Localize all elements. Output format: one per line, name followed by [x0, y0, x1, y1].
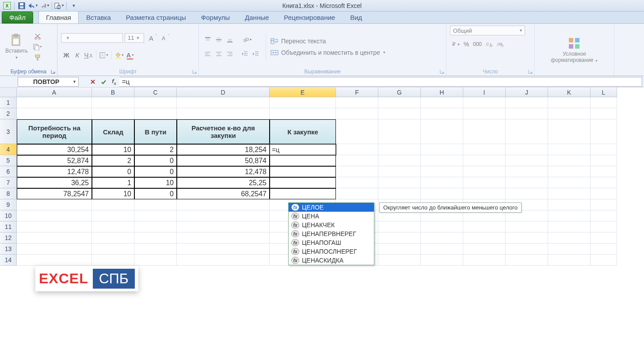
cell[interactable]	[591, 119, 617, 144]
cell[interactable]	[421, 221, 463, 232]
cell[interactable]	[378, 188, 421, 199]
align-center-icon[interactable]	[214, 49, 224, 59]
cell[interactable]	[336, 108, 378, 119]
cell[interactable]	[134, 221, 177, 232]
row-header[interactable]: 10	[0, 210, 17, 221]
font-dialog-launcher[interactable]	[191, 69, 198, 75]
autocomplete-item[interactable]: fxЦЕНАПОГАШ	[289, 238, 374, 247]
align-left-icon[interactable]	[203, 49, 213, 59]
autocomplete-item[interactable]: fxЦЕНАПОСЛНЕРЕГ	[289, 247, 374, 256]
cut-icon[interactable]	[33, 31, 42, 41]
cell[interactable]	[378, 97, 421, 108]
cell[interactable]	[591, 199, 617, 210]
fill-color-icon[interactable]: ▼	[114, 50, 124, 60]
cell[interactable]	[17, 232, 92, 244]
col-header-G[interactable]: G	[378, 88, 421, 97]
underline-button[interactable]: Ч▼	[84, 50, 93, 60]
cell[interactable]	[177, 232, 270, 244]
cell[interactable]	[177, 244, 270, 255]
file-tab[interactable]: Файл	[2, 11, 33, 23]
autocomplete-item[interactable]: fxЦЕНАКЧЕК	[289, 221, 374, 229]
cell[interactable]	[548, 108, 591, 119]
cell[interactable]	[506, 177, 548, 188]
row-header[interactable]: 4	[0, 144, 17, 155]
number-format-combo[interactable]: Общий▼	[450, 26, 525, 35]
cell[interactable]	[17, 108, 92, 119]
cell[interactable]	[421, 244, 463, 255]
cell[interactable]	[177, 199, 270, 210]
accounting-format-icon[interactable]: ₽▼	[450, 39, 460, 49]
increase-decimal-icon[interactable]: ,0,00	[484, 39, 493, 49]
cell[interactable]	[421, 144, 463, 155]
italic-button[interactable]: К	[72, 50, 82, 60]
orientation-icon[interactable]: ab▼	[240, 35, 253, 45]
percent-format-icon[interactable]: %	[461, 39, 471, 49]
cell[interactable]	[177, 108, 270, 119]
cell[interactable]	[378, 166, 421, 177]
cell[interactable]	[378, 108, 421, 119]
cell[interactable]	[336, 97, 378, 108]
cell[interactable]	[591, 144, 617, 155]
col-header-H[interactable]: H	[421, 88, 463, 97]
increase-font-icon[interactable]: Aˆ	[146, 34, 156, 43]
col-header-E[interactable]: E	[270, 88, 336, 97]
cell[interactable]	[463, 119, 506, 144]
table-header-C[interactable]: В пути	[134, 119, 177, 144]
borders-icon[interactable]: ▼	[99, 50, 109, 60]
cell[interactable]	[17, 221, 92, 232]
row-header[interactable]: 11	[0, 221, 17, 232]
cell[interactable]	[548, 144, 591, 155]
col-header-A[interactable]: A	[17, 88, 92, 97]
cell[interactable]	[92, 255, 134, 266]
cell[interactable]	[506, 221, 548, 232]
table-cell[interactable]: 10	[92, 188, 134, 199]
cell[interactable]	[92, 232, 134, 244]
cell[interactable]	[463, 188, 506, 199]
table-cell[interactable]: 12,478	[177, 166, 270, 177]
cell[interactable]	[506, 119, 548, 144]
cell[interactable]	[92, 210, 134, 221]
cell[interactable]	[506, 166, 548, 177]
table-cell[interactable]: 0	[92, 166, 134, 177]
table-cell[interactable]	[270, 177, 336, 188]
formula-input[interactable]: =ц	[119, 77, 642, 87]
table-cell[interactable]: 30,254	[17, 144, 92, 155]
wrap-text-button[interactable]: ab Перенос текста	[271, 38, 386, 45]
tab-page-layout[interactable]: Разметка страницы	[118, 11, 194, 23]
cancel-formula-icon[interactable]	[88, 77, 98, 87]
tab-formulas[interactable]: Формулы	[194, 11, 237, 23]
row-header[interactable]: 7	[0, 177, 17, 188]
cell[interactable]	[463, 97, 506, 108]
cell[interactable]	[591, 232, 617, 244]
cell[interactable]	[378, 155, 421, 166]
cell[interactable]	[270, 97, 336, 108]
cell[interactable]	[506, 97, 548, 108]
table-cell[interactable]: 12,478	[17, 166, 92, 177]
row-header[interactable]: 8	[0, 188, 17, 199]
cell[interactable]	[336, 177, 378, 188]
row-header[interactable]: 5	[0, 155, 17, 166]
print-preview-icon[interactable]: ▼	[54, 1, 65, 11]
table-cell[interactable]	[270, 155, 336, 166]
table-header-E[interactable]: К закупке	[270, 119, 336, 144]
cell[interactable]	[177, 97, 270, 108]
cell[interactable]	[17, 255, 92, 266]
cell[interactable]	[463, 255, 506, 266]
table-cell[interactable]: 0	[134, 155, 177, 166]
cell[interactable]	[548, 221, 591, 232]
table-cell[interactable]	[270, 188, 336, 199]
font-size-combo[interactable]: 11▼	[125, 33, 144, 43]
tab-insert[interactable]: Вставка	[79, 11, 118, 23]
comma-format-icon[interactable]: 000	[473, 39, 482, 49]
row-header[interactable]: 2	[0, 108, 17, 119]
col-header-D[interactable]: D	[177, 88, 270, 97]
table-cell[interactable]: 78,2547	[17, 188, 92, 199]
tab-view[interactable]: Вид	[343, 11, 370, 23]
cell[interactable]	[421, 155, 463, 166]
cell[interactable]	[134, 244, 177, 255]
decrease-decimal-icon[interactable]: ,00,0	[495, 39, 504, 49]
cell[interactable]	[134, 108, 177, 119]
qat-customize-icon[interactable]: ▼	[69, 1, 79, 11]
cell[interactable]	[506, 244, 548, 255]
table-cell[interactable]: 25,25	[177, 177, 270, 188]
